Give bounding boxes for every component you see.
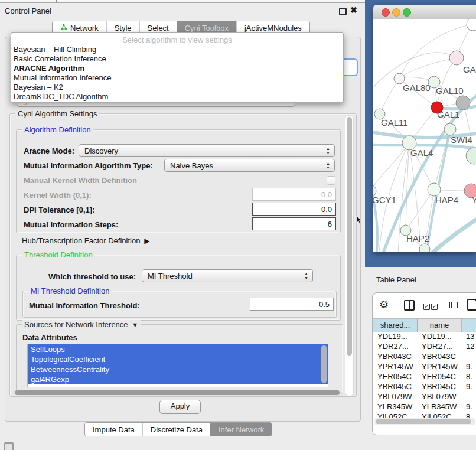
network-node-node[interactable]	[419, 244, 430, 252]
network-edge	[406, 190, 434, 230]
threshold-definition-group: Threshold Definition Which threshold to …	[16, 255, 341, 321]
network-node-node[interactable]	[467, 19, 476, 31]
column-header-name[interactable]: name	[418, 319, 462, 332]
table-cell	[462, 392, 476, 402]
network-node-label: HAP4	[435, 195, 458, 205]
cyni-algorithm-settings-group: Cyni Algorithm Settings Algorithm Defini…	[9, 113, 357, 397]
table-row[interactable]: YBL079WYBL079W	[373, 392, 476, 402]
close-icon[interactable]: ✖	[350, 5, 357, 15]
algorithm-option[interactable]: Bayesian – K2	[11, 83, 343, 92]
minimized-panel-icon[interactable]	[4, 442, 14, 450]
sources-group-title[interactable]: Sources for Network Inference ▼	[22, 320, 141, 329]
table-cell: 9.	[462, 361, 476, 371]
apply-button[interactable]: Apply	[159, 400, 201, 414]
network-node-label: GAL	[463, 64, 476, 74]
list-scrollbar[interactable]	[321, 345, 327, 383]
zoom-traffic-light[interactable]	[403, 8, 411, 17]
attribute-item[interactable]: TopologicalCoefficient	[28, 354, 328, 364]
mi-steps-input[interactable]: 6	[252, 217, 336, 230]
network-node-label: GAL1	[437, 109, 459, 119]
aracne-mode-select[interactable]: Discovery ▲▼	[79, 144, 335, 157]
data-attributes-label: Data Attributes	[22, 333, 77, 342]
algorithm-option[interactable]: Mutual Information Inference	[11, 73, 343, 83]
table-hscrollbar-thumb[interactable]	[376, 419, 471, 424]
which-threshold-select[interactable]: MI Threshold ▲▼	[142, 269, 313, 282]
tab-impute-data[interactable]: Impute Data	[85, 423, 142, 436]
column-header-A[interactable]: A	[462, 319, 476, 332]
network-node-node[interactable]	[466, 148, 476, 164]
table-cell: YDL19...	[418, 331, 462, 341]
hub-definition-toggle[interactable]: Hub/Transcription Factor Definition ▶	[22, 236, 150, 245]
mi-threshold-input[interactable]: 0.5	[250, 298, 334, 311]
mi-threshold-label: Mutual Information Threshold:	[29, 301, 140, 310]
network-canvas[interactable]: GALGAL80GAL10GAL1GAL11SWI4GAL4GCY1HAP4YH…	[373, 19, 476, 252]
manual-kernel-label: Manual Kernel Width Definition	[24, 176, 137, 185]
table-row[interactable]: YPR145WYPR145W9.	[373, 361, 476, 371]
checked-boxes-icon[interactable]: ✓✓	[423, 301, 439, 310]
network-node-node[interactable]	[456, 96, 470, 110]
minimize-traffic-light[interactable]	[392, 8, 400, 17]
algorithm-placeholder: Select algorithm to view settings	[11, 35, 343, 45]
tab-infer-network[interactable]: Infer Network	[210, 423, 272, 436]
table-cell: 13	[462, 331, 476, 341]
table-row[interactable]: YLR345WYLR345W9.	[373, 402, 476, 412]
table-cell: 9.	[462, 402, 476, 412]
mouse-cursor	[356, 216, 363, 225]
document-icon[interactable]	[467, 299, 476, 311]
which-threshold-label: Which threshold to use:	[48, 272, 136, 281]
network-node-label: HAP2	[406, 233, 429, 243]
columns-icon[interactable]	[404, 300, 415, 311]
algorithm-option[interactable]: ARACNE Algorithm	[11, 64, 343, 73]
table-panel-window: ⚙ ✓✓ shared...nameA YDL19...YDL19...13YD…	[372, 292, 476, 435]
top-divider	[0, 0, 365, 3]
table-cell	[462, 351, 476, 361]
network-edge	[399, 24, 473, 79]
network-graph: GALGAL80GAL10GAL1GAL11SWI4GAL4GCY1HAP4YH…	[373, 19, 476, 252]
network-node-node[interactable]	[449, 51, 464, 65]
algorithm-option[interactable]: Dream8 DC_TDC Algorithm	[11, 92, 343, 102]
network-node-HAP4[interactable]	[428, 183, 441, 196]
tab-discretize-data[interactable]: Discretize Data	[142, 423, 210, 436]
settings-vscrollbar-track[interactable]	[345, 115, 354, 396]
stepper-arrows-icon: ▲▼	[326, 161, 330, 169]
settings-hscrollbar-thumb[interactable]	[15, 390, 340, 395]
attribute-item[interactable]: BetweennessCentrality	[28, 364, 328, 374]
table-cell: YBR045C	[418, 381, 462, 392]
table-cell: 9.	[462, 381, 476, 392]
table-cell: YDL19...	[373, 331, 418, 341]
hub-definition-label: Hub/Transcription Factor Definition	[22, 236, 140, 245]
kernel-width-input[interactable]: 0.0	[252, 188, 336, 201]
table-row[interactable]: YDR27...YDR27...12	[373, 341, 476, 351]
mi-threshold-group-title: MI Threshold Definition	[28, 286, 112, 295]
network-window-titlebar[interactable]	[373, 5, 476, 19]
table-row[interactable]: YBR045CYBR045C9.	[373, 381, 476, 392]
data-attributes-list[interactable]: SelfLoopsTopologicalCoefficientBetweenne…	[27, 344, 328, 387]
network-node-label: GCY1	[373, 195, 396, 205]
float-window-icon[interactable]	[339, 8, 347, 15]
algorithm-option[interactable]: Basic Correlation Inference	[11, 54, 343, 64]
table-row[interactable]: YER054CYER054C8.	[373, 371, 476, 381]
settings-vscrollbar-thumb[interactable]	[347, 117, 352, 356]
unchecked-boxes-icon[interactable]	[444, 301, 459, 310]
gear-icon[interactable]: ⚙	[379, 298, 389, 311]
table-row[interactable]: YBR043CYBR043C	[373, 351, 476, 361]
table-hscrollbar-track[interactable]	[374, 418, 475, 425]
network-edge-highlighted	[429, 217, 476, 252]
settings-hscrollbar-track[interactable]	[14, 390, 342, 396]
network-window[interactable]: GALGAL80GAL10GAL1GAL11SWI4GAL4GCY1HAP4YH…	[373, 5, 476, 252]
table-cell: 12	[462, 341, 476, 351]
mi-type-select[interactable]: Naive Bayes ▲▼	[164, 159, 335, 172]
column-header-shared...[interactable]: shared...	[373, 319, 418, 332]
table-row[interactable]: YDL19...YDL19...13	[373, 331, 476, 341]
algorithm-option[interactable]: Bayesian – Hill Climbing	[11, 45, 343, 54]
attribute-item[interactable]: gal4RGexp	[28, 374, 328, 384]
mi-type-value: Naive Bayes	[170, 161, 213, 170]
network-edge	[380, 79, 399, 114]
network-node-SWI4[interactable]	[444, 123, 456, 135]
network-node-label: SWI4	[451, 135, 472, 145]
close-traffic-light[interactable]	[382, 8, 390, 17]
attribute-item[interactable]: SelfLoops	[28, 344, 328, 354]
dpi-tolerance-input[interactable]: 0.0	[252, 203, 336, 216]
table-cell: YBR043C	[418, 351, 462, 361]
manual-kernel-checkbox[interactable]	[327, 176, 335, 185]
